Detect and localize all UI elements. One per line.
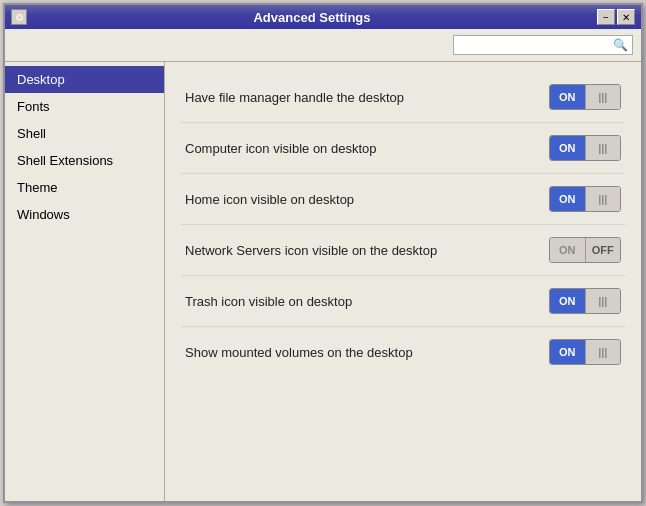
toggle-switch: ON||| <box>549 288 621 314</box>
toggle-on-button[interactable]: ON <box>550 238 585 262</box>
setting-label: Trash icon visible on desktop <box>185 294 549 309</box>
toggle-on-button[interactable]: ON <box>550 289 585 313</box>
setting-row: Show mounted volumes on the desktopON||| <box>181 327 625 377</box>
setting-row: Trash icon visible on desktopON||| <box>181 276 625 327</box>
search-icon: 🔍 <box>613 38 628 52</box>
toggle-off-button[interactable]: OFF <box>586 238 621 262</box>
toggle-switch: ON||| <box>549 135 621 161</box>
toggle-off-button[interactable]: ||| <box>586 187 621 211</box>
toggle-switch: ONOFF <box>549 237 621 263</box>
toggle-off-button[interactable]: ||| <box>586 289 621 313</box>
toggle-off-button[interactable]: ||| <box>586 340 621 364</box>
toggle-switch: ON||| <box>549 84 621 110</box>
close-button[interactable]: ✕ <box>617 9 635 25</box>
sidebar-item-shell[interactable]: Shell <box>5 120 164 147</box>
titlebar-buttons: − ✕ <box>597 9 635 25</box>
toolbar: 🔍 <box>5 29 641 62</box>
sidebar-item-fonts[interactable]: Fonts <box>5 93 164 120</box>
sidebar-item-windows[interactable]: Windows <box>5 201 164 228</box>
setting-row: Network Servers icon visible on the desk… <box>181 225 625 276</box>
setting-label: Show mounted volumes on the desktop <box>185 345 549 360</box>
titlebar: ⚙ Advanced Settings − ✕ <box>5 5 641 29</box>
toggle-switch: ON||| <box>549 186 621 212</box>
toggle-on-button[interactable]: ON <box>550 340 585 364</box>
search-box: 🔍 <box>453 35 633 55</box>
sidebar-item-shell-extensions[interactable]: Shell Extensions <box>5 147 164 174</box>
sidebar: Desktop Fonts Shell Shell Extensions The… <box>5 62 165 501</box>
sidebar-item-desktop[interactable]: Desktop <box>5 66 164 93</box>
toggle-off-button[interactable]: ||| <box>586 85 621 109</box>
window-title: Advanced Settings <box>27 10 597 25</box>
setting-row: Have file manager handle the desktopON||… <box>181 72 625 123</box>
setting-row: Home icon visible on desktopON||| <box>181 174 625 225</box>
settings-panel: Have file manager handle the desktopON||… <box>165 62 641 501</box>
setting-label: Have file manager handle the desktop <box>185 90 549 105</box>
setting-label: Home icon visible on desktop <box>185 192 549 207</box>
search-input[interactable] <box>458 38 613 52</box>
window-icon: ⚙ <box>11 9 27 25</box>
setting-label: Computer icon visible on desktop <box>185 141 549 156</box>
main-window: ⚙ Advanced Settings − ✕ 🔍 Desktop Fonts … <box>3 3 643 503</box>
minimize-button[interactable]: − <box>597 9 615 25</box>
sidebar-item-theme[interactable]: Theme <box>5 174 164 201</box>
setting-label: Network Servers icon visible on the desk… <box>185 243 549 258</box>
setting-row: Computer icon visible on desktopON||| <box>181 123 625 174</box>
toggle-off-button[interactable]: ||| <box>586 136 621 160</box>
toggle-switch: ON||| <box>549 339 621 365</box>
toggle-on-button[interactable]: ON <box>550 85 585 109</box>
toggle-on-button[interactable]: ON <box>550 136 585 160</box>
content-area: Desktop Fonts Shell Shell Extensions The… <box>5 62 641 501</box>
toggle-on-button[interactable]: ON <box>550 187 585 211</box>
